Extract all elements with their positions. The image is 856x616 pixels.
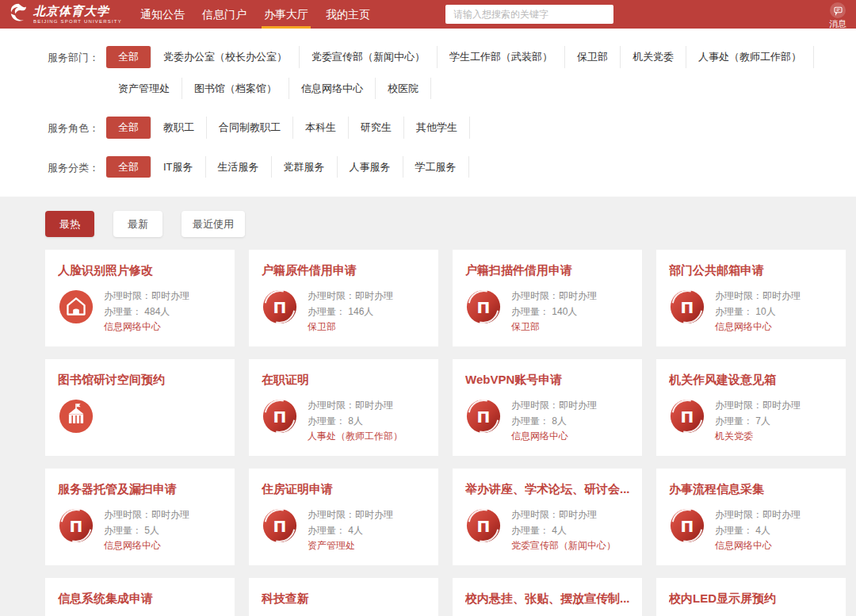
processing-count: 办理量： 4人 (308, 523, 393, 538)
service-card[interactable]: 信息系统集成申请 (45, 578, 235, 616)
service-card-info: 办理时限：即时办理办理量： 5人信息网络中心 (104, 507, 189, 553)
filter-row: 服务分类：全部IT服务生活服务党群服务人事服务学工服务 (48, 156, 856, 188)
filter-option[interactable]: 生活服务 (206, 156, 272, 178)
filter-option[interactable]: 信息网络中心 (289, 78, 376, 100)
service-card-body: Π办理时限：即时办理办理量： 4人党委宣传部（新闻中心） (465, 507, 629, 553)
service-card[interactable]: 户籍扫描件借用申请Π办理时限：即时办理办理量： 140人保卫部 (453, 250, 642, 346)
service-card[interactable]: 图书馆研讨空间预约 (45, 359, 235, 456)
filter-option[interactable]: 全部 (106, 46, 151, 68)
processing-count: 办理量： 5人 (104, 523, 189, 538)
service-card-info: 办理时限：即时办理办理量： 4人信息网络中心 (715, 507, 801, 553)
nav-item[interactable]: 信息门户 (193, 0, 255, 29)
processing-count: 办理量： 7人 (715, 414, 801, 429)
service-card-body: Π办理时限：即时办理办理量： 4人信息网络中心 (669, 507, 833, 553)
filter-option[interactable]: 机关党委 (621, 46, 686, 68)
service-card[interactable]: 户籍原件借用申请Π办理时限：即时办理办理量： 146人保卫部 (249, 250, 438, 346)
tl-logo-icon: Π (465, 289, 502, 325)
processing-time: 办理时限：即时办理 (308, 507, 393, 522)
filter-label: 服务分类： (48, 156, 106, 175)
sort-tabs: 最热最新最近使用 (45, 211, 856, 237)
service-card-title: WebVPN账号申请 (465, 373, 629, 388)
nav-item[interactable]: 通知公告 (132, 0, 193, 29)
school-icon (58, 398, 94, 434)
service-card-title: 校内LED显示屏预约 (669, 591, 833, 606)
service-card[interactable]: 服务器托管及漏扫申请Π办理时限：即时办理办理量： 5人信息网络中心 (45, 469, 235, 565)
filter-option[interactable]: 党群服务 (272, 156, 338, 178)
filter-option[interactable]: 研究生 (349, 117, 404, 139)
service-card[interactable]: 部门公共邮箱申请Π办理时限：即时办理办理量： 10人信息网络中心 (656, 250, 846, 346)
svg-text:Π: Π (681, 517, 694, 536)
university-swirl-icon (8, 2, 29, 27)
tab-最新[interactable]: 最新 (113, 211, 162, 237)
service-card-info: 办理时限：即时办理办理量： 4人资产管理处 (308, 507, 393, 553)
filter-option[interactable]: 校医院 (376, 78, 431, 100)
tab-最近使用[interactable]: 最近使用 (182, 211, 245, 237)
university-logo[interactable]: 北京体育大学 BEIJING SPORT UNIVERSITY (8, 2, 122, 27)
processing-time: 办理时限：即时办理 (715, 398, 801, 413)
processing-time: 办理时限：即时办理 (104, 507, 189, 522)
department-name: 信息网络中心 (715, 538, 801, 553)
university-name-en: BEIJING SPORT UNIVERSITY (33, 19, 122, 24)
service-card[interactable]: 举办讲座、学术论坛、研讨会...Π办理时限：即时办理办理量： 4人党委宣传部（新… (453, 469, 642, 565)
search-input[interactable] (445, 5, 613, 24)
filter-option[interactable]: 本科生 (293, 117, 349, 139)
service-card-grid: 人脸识别照片修改办理时限：即时办理办理量： 484人信息网络中心户籍原件借用申请… (45, 250, 856, 616)
service-card[interactable]: 校内悬挂、张贴、摆放宣传制... (453, 578, 642, 616)
filter-option[interactable]: 全部 (106, 156, 151, 178)
service-card[interactable]: 人脸识别照片修改办理时限：即时办理办理量： 484人信息网络中心 (45, 250, 235, 346)
filter-option[interactable]: 党委宣传部（新闻中心） (300, 46, 438, 68)
filter-option[interactable]: 党委办公室（校长办公室） (151, 46, 300, 68)
svg-text:Π: Π (273, 298, 287, 317)
service-card-body: Π办理时限：即时办理办理量： 4人资产管理处 (262, 507, 426, 553)
top-header: 北京体育大学 BEIJING SPORT UNIVERSITY 通知公告信息门户… (0, 0, 856, 29)
filter-options: 全部党委办公室（校长办公室）党委宣传部（新闻中心）学生工作部（武装部）保卫部机关… (106, 46, 856, 109)
processing-time: 办理时限：即时办理 (511, 507, 616, 522)
tl-logo-icon: Π (58, 507, 94, 544)
service-card[interactable]: 办事流程信息采集Π办理时限：即时办理办理量： 4人信息网络中心 (656, 469, 846, 565)
filter-option[interactable]: 学工服务 (403, 156, 469, 178)
nav-item[interactable]: 办事大厅 (255, 0, 317, 29)
processing-time: 办理时限：即时办理 (511, 289, 597, 304)
tl-logo-icon: Π (669, 289, 705, 325)
filter-option[interactable]: 资产管理处 (106, 78, 182, 100)
content-area: 最热最新最近使用 人脸识别照片修改办理时限：即时办理办理量： 484人信息网络中… (0, 197, 856, 616)
filter-option[interactable]: 其他学生 (404, 117, 470, 139)
filter-options: 全部IT服务生活服务党群服务人事服务学工服务 (106, 156, 856, 188)
main-nav: 通知公告信息门户办事大厅我的主页 (132, 0, 379, 29)
svg-text:Π: Π (70, 517, 83, 536)
message-button[interactable]: 消息 (829, 2, 846, 29)
filter-option[interactable]: 图书馆（档案馆） (182, 78, 289, 100)
message-label: 消息 (829, 19, 846, 29)
filter-option[interactable]: 合同制教职工 (207, 117, 293, 139)
department-name: 信息网络中心 (511, 429, 597, 444)
processing-count: 办理量： 484人 (104, 304, 189, 319)
service-card-title: 人脸识别照片修改 (58, 263, 222, 278)
filter-panel: 服务部门：全部党委办公室（校长办公室）党委宣传部（新闻中心）学生工作部（武装部）… (0, 29, 856, 197)
tl-logo-icon: Π (262, 398, 298, 434)
service-card[interactable]: 机关作风建设意见箱Π办理时限：即时办理办理量： 7人机关党委 (656, 359, 846, 456)
service-card-info: 办理时限：即时办理办理量： 484人信息网络中心 (104, 289, 189, 335)
service-card[interactable]: 校内LED显示屏预约 (656, 578, 846, 616)
service-card[interactable]: 科技查新 (249, 578, 438, 616)
filter-option[interactable]: IT服务 (151, 156, 206, 178)
filter-option[interactable]: 人事服务 (338, 156, 403, 178)
service-card[interactable]: WebVPN账号申请Π办理时限：即时办理办理量： 8人信息网络中心 (453, 359, 642, 456)
filter-option[interactable]: 学生工作部（武装部） (438, 46, 565, 68)
service-card-title: 户籍扫描件借用申请 (465, 263, 629, 278)
service-card-info: 办理时限：即时办理办理量： 8人信息网络中心 (511, 398, 597, 444)
service-card-title: 在职证明 (262, 373, 426, 388)
department-name: 机关党委 (715, 429, 801, 444)
filter-row: 服务部门：全部党委办公室（校长办公室）党委宣传部（新闻中心）学生工作部（武装部）… (48, 46, 856, 109)
nav-item[interactable]: 我的主页 (317, 0, 379, 29)
filter-option[interactable]: 教职工 (151, 117, 207, 139)
filter-option[interactable]: 全部 (106, 117, 151, 139)
chat-bubble-icon (830, 2, 846, 18)
department-name: 信息网络中心 (715, 319, 801, 335)
processing-count: 办理量： 8人 (308, 414, 403, 429)
service-card[interactable]: 在职证明Π办理时限：即时办理办理量： 8人人事处（教师工作部） (249, 359, 438, 456)
service-card[interactable]: 住房证明申请Π办理时限：即时办理办理量： 4人资产管理处 (249, 469, 438, 565)
service-card-body: Π办理时限：即时办理办理量： 140人保卫部 (465, 289, 629, 335)
filter-option[interactable]: 保卫部 (565, 46, 621, 68)
filter-option[interactable]: 人事处（教师工作部） (686, 46, 814, 68)
tab-最热[interactable]: 最热 (45, 211, 94, 237)
